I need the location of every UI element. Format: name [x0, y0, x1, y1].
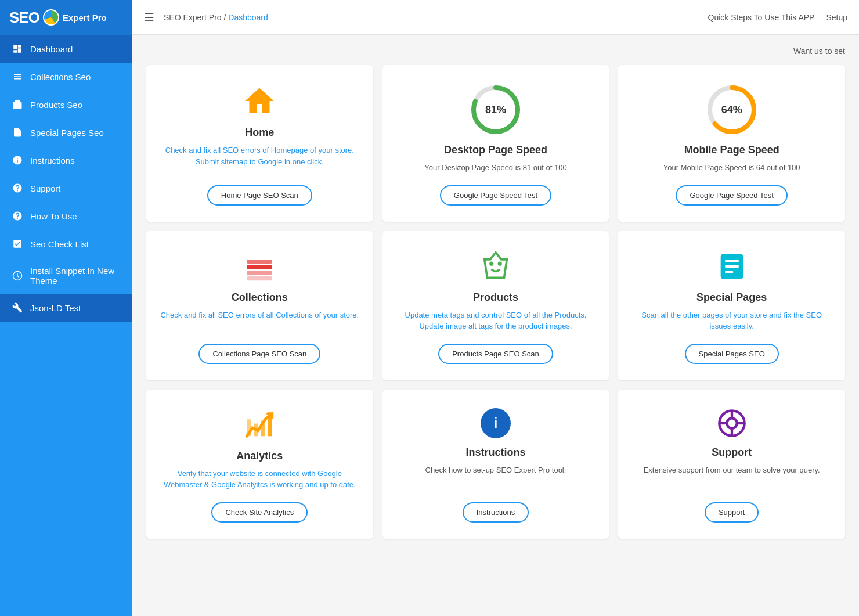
special-pages-seo-icon — [12, 127, 23, 138]
setup-link[interactable]: Setup — [826, 13, 847, 22]
mobile-speed-title: Mobile Page Speed — [684, 144, 779, 156]
desktop-speed-percent: 81% — [485, 104, 506, 116]
install-snippet-icon — [12, 270, 23, 282]
home-card-title: Home — [245, 127, 274, 139]
breadcrumb-link[interactable]: Dashboard — [228, 13, 268, 22]
sidebar-label-support: Support — [30, 183, 61, 193]
desktop-speed-desc: Your Desktop Page Speed is 81 out of 100 — [424, 162, 566, 174]
support-card-title: Support — [712, 446, 752, 459]
hamburger-menu[interactable]: ☰ — [144, 10, 154, 24]
analytics-card-desc: Verify that your website is connected wi… — [160, 468, 359, 491]
home-page-seo-scan-button[interactable]: Home Page SEO Scan — [207, 185, 312, 206]
home-icon — [242, 84, 277, 118]
svg-rect-12 — [725, 259, 739, 262]
sidebar-item-products-seo[interactable]: Products Seo — [0, 91, 132, 118]
products-page-seo-scan-button[interactable]: Products Page SEO Scan — [438, 344, 553, 364]
logo-app-name: Expert Pro — [63, 13, 107, 23]
topbar-right: Quick Steps To Use This APP Setup — [708, 13, 848, 22]
sidebar-logo: SEO Expert Pro — [0, 0, 132, 35]
topbar: ☰ SEO Expert Pro / Dashboard Quick Steps… — [132, 0, 859, 35]
desktop-circle-wrap: 81% — [470, 84, 522, 136]
quick-steps-link[interactable]: Quick Steps To Use This APP — [708, 13, 815, 22]
collections-card: Collections Check and fix all SEO errors… — [146, 231, 373, 380]
svg-point-9 — [489, 261, 493, 265]
collections-icon — [243, 250, 276, 283]
logo-globe-icon — [43, 9, 59, 26]
desktop-google-speed-button[interactable]: Google Page Speed Test — [440, 185, 551, 206]
how-to-use-icon — [12, 210, 23, 222]
sidebar-label-seo-check-list: Seo Check List — [30, 239, 89, 249]
sidebar-item-install-snippet[interactable]: Install Snippet In New Theme — [0, 258, 132, 294]
sidebar-label-json-ld: Json-LD Test — [30, 303, 81, 313]
desktop-speed-card: 81% Desktop Page Speed Your Desktop Page… — [382, 65, 609, 222]
mobile-speed-desc: Your Mobile Page Speed is 64 out of 100 — [663, 162, 800, 174]
cards-row-3: Analytics Verify that your website is co… — [146, 390, 845, 539]
instructions-circle-icon: i — [481, 408, 511, 438]
svg-rect-15 — [247, 419, 251, 436]
main-content: ☰ SEO Expert Pro / Dashboard Quick Steps… — [132, 0, 859, 616]
svg-point-10 — [498, 261, 502, 265]
sidebar-item-json-ld[interactable]: Json-LD Test — [0, 294, 132, 322]
svg-rect-17 — [261, 420, 265, 436]
svg-rect-8 — [247, 276, 273, 280]
seo-check-list-icon — [12, 238, 23, 250]
json-ld-icon — [12, 302, 23, 314]
instructions-icon-wrap: i — [481, 408, 511, 438]
sidebar-label-dashboard: Dashboard — [30, 44, 73, 54]
sidebar-item-support[interactable]: Support — [0, 174, 132, 202]
special-pages-seo-button[interactable]: Special Pages SEO — [685, 344, 779, 364]
mobile-speed-percent: 64% — [721, 104, 742, 116]
instructions-card-desc: Check how to set-up SEO Expert Pro tool. — [425, 464, 566, 491]
analytics-icon — [243, 408, 276, 442]
products-card-desc: Update meta tags and control SEO of all … — [396, 309, 595, 332]
sidebar-label-collections-seo: Collections Seo — [30, 72, 91, 82]
check-site-analytics-button[interactable]: Check Site Analytics — [211, 502, 308, 523]
support-circle-icon — [717, 408, 747, 438]
sidebar-item-instructions[interactable]: Instructions — [0, 146, 132, 174]
sidebar-item-collections-seo[interactable]: Collections Seo — [0, 63, 132, 91]
want-us-bar: Want us to set — [146, 46, 845, 56]
svg-rect-16 — [254, 423, 258, 436]
special-pages-icon — [715, 250, 749, 283]
instructions-button[interactable]: Instructions — [463, 502, 529, 523]
cards-row-2: Collections Check and fix all SEO errors… — [146, 231, 845, 380]
support-button[interactable]: Support — [705, 502, 759, 523]
analytics-card: Analytics Verify that your website is co… — [146, 390, 373, 539]
support-card: Support Extensive support from our team … — [618, 390, 845, 539]
collections-seo-icon — [12, 71, 23, 82]
mobile-circle: 64% — [706, 84, 758, 136]
svg-point-20 — [727, 418, 737, 428]
sidebar-label-special-pages-seo: Special Pages Seo — [30, 128, 104, 138]
svg-rect-14 — [725, 271, 734, 273]
instructions-icon — [12, 154, 23, 166]
home-icon-wrap — [242, 84, 277, 118]
sidebar-item-dashboard[interactable]: Dashboard — [0, 35, 132, 63]
dashboard-icon — [12, 43, 23, 55]
sidebar-item-how-to-use[interactable]: How To Use — [0, 202, 132, 230]
special-pages-icon-wrap — [715, 250, 749, 283]
sidebar-item-special-pages-seo[interactable]: Special Pages Seo — [0, 118, 132, 146]
svg-rect-7 — [247, 271, 273, 275]
collections-card-title: Collections — [232, 291, 288, 304]
collections-page-seo-scan-button[interactable]: Collections Page SEO Scan — [198, 344, 320, 364]
instructions-card-title: Instructions — [465, 446, 525, 459]
topbar-left: ☰ SEO Expert Pro / Dashboard — [144, 10, 268, 24]
sidebar-navigation: Dashboard Collections Seo Products Seo S… — [0, 35, 132, 616]
svg-rect-6 — [247, 259, 273, 263]
mobile-google-speed-button[interactable]: Google Page Speed Test — [676, 185, 787, 206]
sidebar-item-seo-check-list[interactable]: Seo Check List — [0, 230, 132, 258]
svg-rect-13 — [725, 265, 739, 268]
support-icon-wrap — [717, 408, 747, 438]
products-card: Products Update meta tags and control SE… — [382, 231, 609, 380]
sidebar-label-install-snippet: Install Snippet In New Theme — [30, 266, 121, 286]
analytics-icon-wrap — [243, 408, 276, 442]
support-card-desc: Extensive support from our team to solve… — [644, 464, 820, 491]
mobile-speed-card: 64% Mobile Page Speed Your Mobile Page S… — [618, 65, 845, 222]
products-icon — [479, 250, 512, 283]
products-seo-icon — [12, 99, 23, 110]
special-pages-card-title: Special Pages — [696, 291, 767, 304]
collections-card-desc: Check and fix all SEO errors of all Coll… — [160, 309, 359, 332]
logo-seo-text: SEO — [9, 9, 39, 27]
home-card-desc: Check and fix all SEO errors of Homepage… — [160, 145, 359, 174]
analytics-card-title: Analytics — [236, 450, 283, 462]
